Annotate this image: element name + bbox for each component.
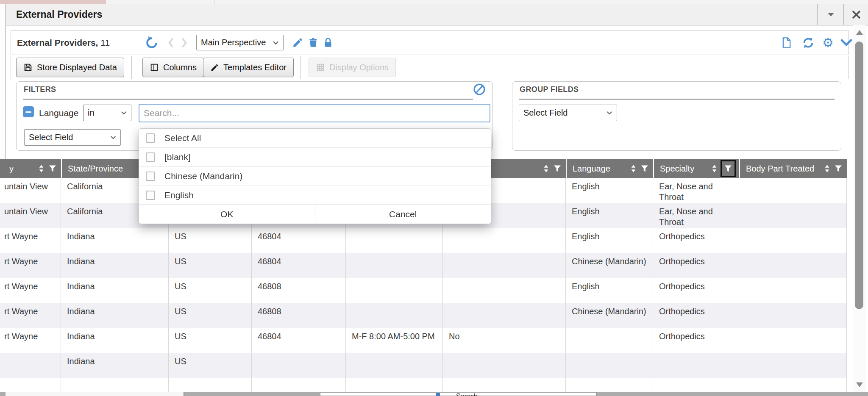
add-filter-field-select[interactable]: Select Field [24,129,121,146]
remove-filter-button[interactable] [23,106,34,117]
scroll-down-arrow-icon[interactable] [856,382,863,387]
group-fields-heading: GROUP FIELDS [520,85,579,94]
column-header-body-part-treated[interactable]: Body Part Treated [739,159,847,178]
columns-label: Columns [163,63,197,72]
table-row[interactable]: IndianaUS [0,353,847,378]
column-header-label: Body Part Treated [746,164,814,174]
cell [346,228,443,253]
filter-funnel-icon [48,164,57,173]
filter-option[interactable]: English [139,186,491,205]
perspective-select[interactable]: Main Perspective [196,35,284,50]
cell: Indiana [61,353,169,378]
filter-funnel-button[interactable] [834,164,843,173]
cell [443,303,566,328]
edit-perspective-button[interactable] [292,30,303,55]
filter-funnel-button-focused[interactable] [721,160,736,177]
cell [739,178,847,203]
column-header-language[interactable]: Language [566,159,653,178]
columns-button[interactable]: Columns [142,58,204,77]
cell [443,253,566,278]
toolbar: External Providers, 11 records Main Pers… [11,30,849,55]
cell: No [443,328,566,353]
store-displayed-data-button[interactable]: Store Displayed Data [16,58,124,77]
filter-funnel-icon [553,164,562,173]
cell: Indiana [61,253,169,278]
table-row[interactable]: rt WayneIndianaUS46804M-F 8:00 AM-5:00 P… [0,328,847,353]
filter-operator-select[interactable]: in [83,105,131,121]
cancel-button[interactable]: Cancel [315,205,491,224]
templates-editor-button[interactable]: Templates Editor [203,58,294,77]
clear-filters-button[interactable] [473,83,486,96]
cell: 46804 [252,328,346,353]
column-header-specialty[interactable]: Specialty [653,159,739,178]
table-row[interactable]: rt WayneIndianaUS46808Chinese (Mandarin)… [0,303,847,328]
cell: Chinese (Mandarin) [566,253,653,278]
cell: US [169,253,252,278]
checkbox[interactable] [146,152,155,162]
filter-funnel-button[interactable] [553,164,562,173]
vertical-scrollbar[interactable] [853,25,865,392]
window-collapse-button[interactable] [817,4,844,25]
filter-search-input[interactable] [139,104,490,122]
cell [443,378,566,392]
column-header-icons [543,164,562,173]
undo-button[interactable] [145,30,159,55]
sort-icon[interactable] [711,164,718,173]
cell [566,353,653,378]
lock-perspective-button[interactable] [323,30,334,55]
checkbox[interactable] [146,172,155,181]
new-document-button[interactable] [781,30,793,55]
column-header-y[interactable]: y [0,159,61,178]
scroll-up-arrow-icon[interactable] [856,30,863,35]
cell [739,203,847,228]
nav-back-button[interactable] [167,30,175,55]
table-row[interactable]: rt WayneIndianaUS46808EnglishOrthopedics [0,278,847,303]
table-row[interactable]: rt WayneIndianaUS46804Chinese (Mandarin)… [0,253,847,278]
sort-icon[interactable] [38,164,45,173]
filter-funnel-button[interactable] [48,164,57,173]
checkbox[interactable] [146,191,155,200]
checkbox[interactable] [146,133,155,143]
sort-icon[interactable] [824,164,830,173]
display-options-button: Display Options [309,58,396,77]
filter-field-label: Language [39,108,78,118]
display-options-label: Display Options [329,63,389,72]
settings-button[interactable]: ⚙ [822,30,834,55]
collapse-icon [828,13,834,17]
add-filter-field-value: Select Field [29,133,73,142]
filter-option[interactable]: [blank] [139,147,491,166]
table-row[interactable]: rt WayneIndianaUS46804EnglishOrthopedics [0,228,847,253]
nav-forward-button[interactable] [181,30,188,55]
columns-icon [150,63,159,72]
window-close-button[interactable] [843,4,868,25]
group-field-value: Select Field [523,108,568,118]
cell: rt Wayne [0,303,61,328]
filter-option-label: Select All [164,133,201,143]
sort-icon[interactable] [543,164,549,173]
cell [169,378,252,392]
filter-funnel-button[interactable] [640,164,649,173]
filter-option-label: English [164,190,194,200]
divider [300,56,301,79]
column-header-label: Language [573,164,610,174]
scrollbar-thumb[interactable] [855,42,863,309]
table-row[interactable] [0,378,847,392]
collapse-toolbar-button[interactable] [840,30,853,55]
ok-button[interactable]: OK [139,205,315,224]
delete-perspective-button[interactable] [308,30,319,55]
cell: rt Wayne [0,328,61,353]
record-summary-title: External Providers, [17,38,98,47]
cell [0,378,61,392]
filter-option[interactable]: Select All [139,129,491,147]
refresh-button[interactable] [802,30,815,55]
close-icon [852,11,860,19]
underlying-page-bottom-strip: Search [0,392,868,396]
group-field-select[interactable]: Select Field [519,105,617,121]
sort-icon[interactable] [630,164,637,173]
cell [653,353,739,378]
column-header-icons [630,164,649,173]
cell: Indiana [61,328,169,353]
cell: English [566,178,653,203]
filter-option[interactable]: Chinese (Mandarin) [139,166,491,186]
undo-icon [145,36,159,50]
